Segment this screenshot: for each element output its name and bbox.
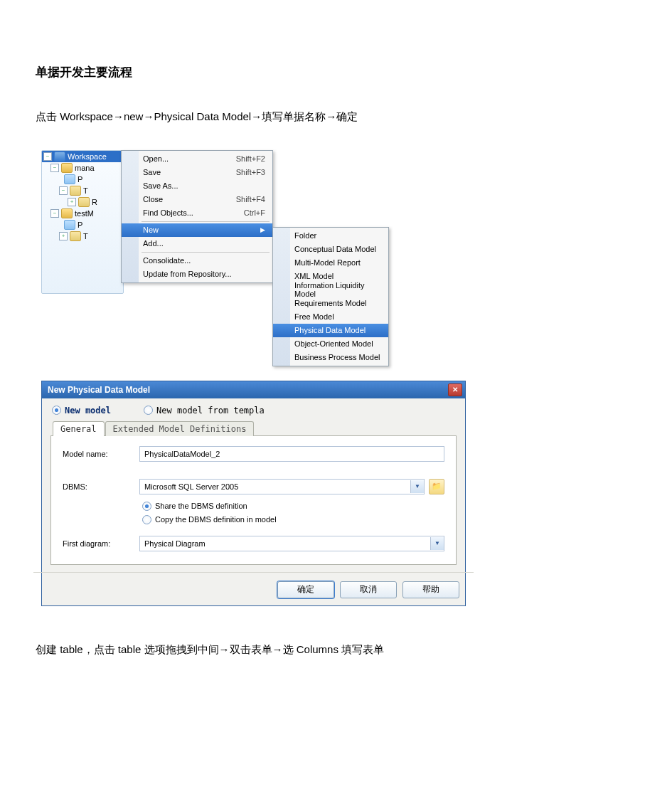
submenu-pdm[interactable]: Physical Data Model: [273, 324, 388, 337]
menu-label: Update from Repository...: [143, 270, 232, 278]
workspace-icon: [54, 152, 65, 162]
tree-toggle-icon[interactable]: −: [50, 209, 59, 218]
menu-label: Multi-Model Report: [294, 258, 361, 267]
close-icon[interactable]: ✕: [448, 383, 462, 396]
menu-label: Consolidate...: [143, 256, 191, 265]
menu-new[interactable]: New ▶: [122, 223, 272, 237]
submenu-fm[interactable]: Free Model: [273, 310, 388, 324]
help-button[interactable]: 帮助: [402, 581, 459, 598]
radio-label: New model from templa: [156, 406, 265, 416]
radio-new-from-template[interactable]: New model from templa: [144, 406, 265, 416]
menu-label: Physical Data Model: [294, 326, 366, 334]
new-submenu: Folder Conceptual Data Model Multi-Model…: [272, 227, 389, 366]
radio-icon: [144, 406, 153, 415]
select-value: Physical Diagram: [144, 539, 206, 548]
tree-label: T: [83, 186, 88, 195]
tree-label: T: [83, 232, 88, 240]
package-icon: [61, 208, 73, 218]
new-pdm-dialog: New Physical Data Model ✕ New model New …: [41, 381, 466, 606]
label-first-diagram: First diagram:: [63, 539, 139, 548]
select-first-diagram[interactable]: Physical Diagram ▼: [139, 536, 444, 551]
menu-label: Add...: [143, 239, 164, 248]
submenu-oom[interactable]: Object-Oriented Model: [273, 337, 388, 351]
menu-save-as[interactable]: Save As...: [122, 179, 272, 193]
folder-icon: [78, 197, 90, 207]
tree-toggle-icon[interactable]: +: [68, 198, 76, 206]
tab-general[interactable]: General: [53, 421, 105, 436]
tree-item[interactable]: + T: [42, 231, 123, 242]
radio-label: Share the DBMS definition: [155, 502, 247, 510]
tab-panel-general: Model name: PhysicalDataModel_2 DBMS: Mi…: [50, 435, 457, 565]
tree-item[interactable]: − testM: [42, 208, 123, 219]
submenu-folder[interactable]: Folder: [273, 229, 388, 243]
radio-share-dbms[interactable]: Share the DBMS definition: [142, 502, 444, 511]
menu-find-objects[interactable]: Find Objects... Ctrl+F: [122, 206, 272, 220]
tree-item[interactable]: − T: [42, 185, 123, 196]
menu-shortcut: Shift+F4: [219, 195, 265, 203]
menu-label: Business Process Model: [294, 353, 380, 361]
submenu-ilm[interactable]: Information Liquidity Model: [273, 283, 388, 297]
submenu-mmr[interactable]: Multi-Model Report: [273, 256, 388, 270]
menu-close[interactable]: Close Shift+F4: [122, 193, 272, 206]
tab-extended-definitions[interactable]: Extended Model Definitions: [105, 421, 255, 436]
diagram-icon: [64, 174, 75, 184]
package-icon: [61, 163, 73, 173]
menu-open[interactable]: Open... Shift+F2: [122, 152, 272, 166]
menu-label: Information Liquidity Model: [294, 281, 381, 298]
tree-label: P: [78, 175, 82, 184]
tree-label: R: [92, 198, 97, 206]
tree-item[interactable]: P: [42, 174, 123, 185]
page-title: 单据开发主要流程: [36, 64, 636, 80]
menu-shortcut: Shift+F2: [219, 154, 265, 163]
step2-text: 创建 table，点击 table 选项拖拽到中间→双击表单→选 Columns…: [36, 640, 636, 659]
folder-icon: [70, 231, 81, 241]
radio-copy-dbms[interactable]: Copy the DBMS definition in model: [142, 515, 444, 524]
context-menu: Open... Shift+F2 Save Shift+F3 Save As..…: [121, 150, 273, 283]
tree-label: Workspace: [68, 152, 107, 161]
tree-item[interactable]: + R: [42, 196, 123, 208]
tree-item[interactable]: P: [42, 219, 123, 231]
menu-separator: [142, 221, 270, 222]
input-model-name[interactable]: PhysicalDataModel_2: [139, 446, 444, 462]
menu-update-repository[interactable]: Update from Repository...: [122, 268, 272, 281]
radio-label: Copy the DBMS definition in model: [155, 515, 277, 524]
radio-label: New model: [65, 406, 111, 416]
screenshot-context-menu: − Workspace − mana P − T + R: [41, 150, 384, 352]
tree-label: P: [78, 221, 82, 229]
tree-toggle-icon[interactable]: −: [43, 152, 52, 161]
tree-toggle-icon[interactable]: −: [59, 186, 68, 195]
submenu-rm[interactable]: Requirements Model: [273, 297, 388, 310]
cancel-button[interactable]: 取消: [340, 581, 397, 598]
submenu-cdm[interactable]: Conceptual Data Model: [273, 243, 388, 256]
dialog-titlebar[interactable]: New Physical Data Model ✕: [42, 381, 465, 398]
tree-toggle-icon[interactable]: +: [59, 232, 68, 240]
tree-item[interactable]: − mana: [42, 162, 123, 174]
menu-label: Object-Oriented Model: [294, 339, 373, 348]
ok-button[interactable]: 确定: [277, 581, 334, 598]
chevron-down-icon[interactable]: ▼: [430, 537, 444, 550]
menu-label: Requirements Model: [294, 299, 367, 307]
menu-label: Folder: [294, 231, 316, 240]
step1-text: 点击 Workspace→new→Physical Data Model→填写单…: [36, 107, 636, 126]
browse-folder-icon[interactable]: 📁: [429, 479, 444, 494]
menu-add[interactable]: Add...: [122, 237, 272, 250]
select-value: Microsoft SQL Server 2005: [144, 482, 238, 491]
submenu-arrow-icon: ▶: [260, 226, 265, 233]
submenu-bpm[interactable]: Business Process Model: [273, 351, 388, 364]
radio-icon: [142, 515, 151, 524]
tree-toggle-icon[interactable]: −: [50, 164, 59, 172]
radio-new-model[interactable]: New model: [52, 406, 111, 416]
chevron-down-icon[interactable]: ▼: [410, 480, 424, 493]
menu-label: New: [143, 226, 159, 234]
tree-panel: − Workspace − mana P − T + R: [41, 150, 124, 294]
label-model-name: Model name:: [63, 450, 139, 458]
tree-workspace[interactable]: − Workspace: [42, 151, 123, 162]
menu-consolidate[interactable]: Consolidate...: [122, 254, 272, 268]
radio-icon: [142, 502, 151, 511]
menu-separator: [142, 252, 270, 253]
dialog-title: New Physical Data Model: [48, 385, 150, 395]
tree-label: mana: [75, 164, 95, 172]
menu-save[interactable]: Save Shift+F3: [122, 166, 272, 179]
menu-shortcut: Shift+F3: [219, 168, 265, 176]
select-dbms[interactable]: Microsoft SQL Server 2005 ▼: [139, 479, 425, 494]
